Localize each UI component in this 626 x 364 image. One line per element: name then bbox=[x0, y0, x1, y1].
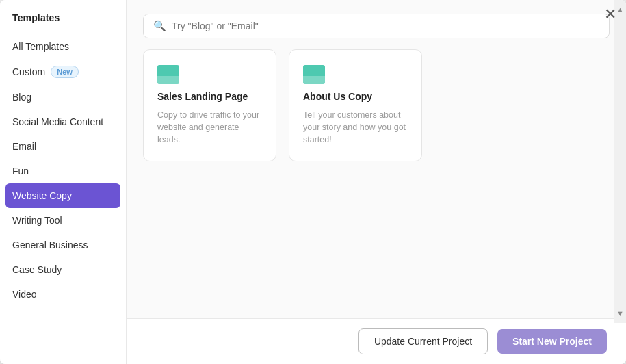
card-icon-sales-landing-page bbox=[157, 65, 179, 84]
card-title-about-us-copy: About Us Copy bbox=[303, 91, 408, 102]
badge-new: New bbox=[51, 66, 79, 78]
template-card-about-us-copy[interactable]: About Us CopyTell your customers about y… bbox=[289, 49, 422, 161]
sidebar-item-label-all-templates: All Templates bbox=[12, 41, 69, 52]
card-title-sales-landing-page: Sales Landing Page bbox=[157, 91, 262, 102]
close-button[interactable]: ✕ bbox=[604, 7, 616, 22]
card-icon-about-us-copy bbox=[303, 65, 325, 84]
start-new-project-button[interactable]: Start New Project bbox=[497, 329, 607, 354]
sidebar-item-label-general-business: General Business bbox=[12, 239, 88, 250]
sidebar-item-label-website-copy: Website Copy bbox=[12, 190, 72, 201]
footer-bar: Update Current Project Start New Project bbox=[127, 318, 626, 364]
main-content: ✕ 🔍 Sales Landing PageCopy to drive traf… bbox=[127, 0, 626, 364]
sidebar-title: Templates bbox=[0, 12, 126, 34]
modal-overlay: Templates All TemplatesCustomNewBlogSoci… bbox=[0, 0, 626, 364]
cards-area: Sales Landing PageCopy to drive traffic … bbox=[127, 49, 626, 318]
sidebar-item-general-business[interactable]: General Business bbox=[0, 233, 126, 257]
sidebar-item-custom[interactable]: CustomNew bbox=[0, 59, 126, 85]
search-input[interactable] bbox=[172, 21, 599, 31]
sidebar-item-email[interactable]: Email bbox=[0, 134, 126, 159]
search-bar-wrap: 🔍 bbox=[127, 0, 626, 49]
search-icon: 🔍 bbox=[153, 20, 166, 32]
scroll-controls: ▲ ▼ bbox=[614, 0, 626, 323]
card-desc-sales-landing-page: Copy to drive traffic to your website an… bbox=[157, 109, 262, 146]
sidebar-item-social-media-content[interactable]: Social Media Content bbox=[0, 109, 126, 134]
sidebar-item-label-custom: Custom bbox=[12, 66, 45, 77]
sidebar-item-fun[interactable]: Fun bbox=[0, 159, 126, 183]
scroll-down-arrow[interactable]: ▼ bbox=[615, 308, 626, 319]
update-current-project-button[interactable]: Update Current Project bbox=[358, 328, 488, 354]
sidebar-item-all-templates[interactable]: All Templates bbox=[0, 34, 126, 59]
sidebar-item-case-study[interactable]: Case Study bbox=[0, 257, 126, 282]
card-desc-about-us-copy: Tell your customers about your story and… bbox=[303, 109, 408, 146]
sidebar: Templates All TemplatesCustomNewBlogSoci… bbox=[0, 0, 127, 364]
sidebar-item-video[interactable]: Video bbox=[0, 282, 126, 307]
sidebar-item-writing-tool[interactable]: Writing Tool bbox=[0, 208, 126, 233]
search-bar: 🔍 bbox=[143, 14, 610, 38]
sidebar-item-label-video: Video bbox=[12, 289, 37, 300]
sidebar-item-website-copy[interactable]: Website Copy bbox=[5, 183, 120, 208]
sidebar-item-label-writing-tool: Writing Tool bbox=[12, 215, 62, 226]
sidebar-item-label-fun: Fun bbox=[12, 166, 29, 177]
sidebar-item-label-social-media-content: Social Media Content bbox=[12, 116, 103, 127]
sidebar-item-blog[interactable]: Blog bbox=[0, 85, 126, 109]
sidebar-item-label-email: Email bbox=[12, 141, 36, 152]
sidebar-item-label-blog: Blog bbox=[12, 92, 31, 103]
template-card-sales-landing-page[interactable]: Sales Landing PageCopy to drive traffic … bbox=[143, 49, 276, 161]
sidebar-item-label-case-study: Case Study bbox=[12, 264, 62, 275]
